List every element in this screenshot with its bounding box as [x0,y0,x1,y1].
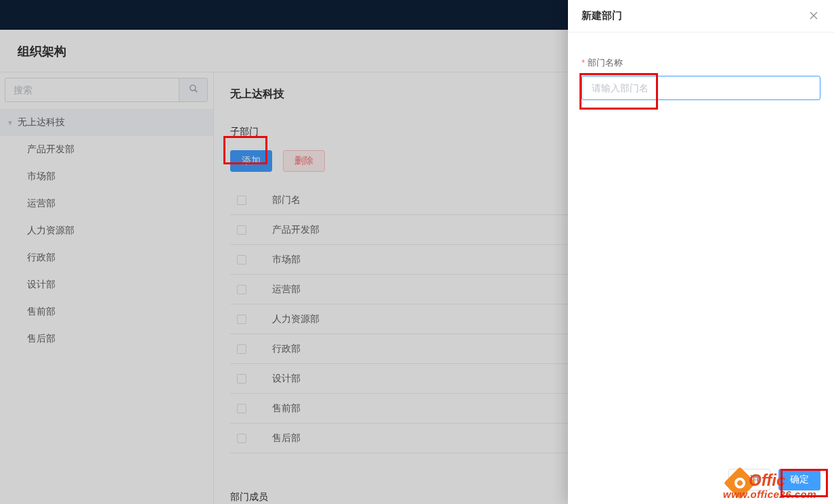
drawer-footer: 取消 确定 [568,461,834,504]
drawer-header: 新建部门 [568,0,834,32]
input-wrap [581,76,820,100]
close-button[interactable] [807,9,820,23]
drawer-title: 新建部门 [581,9,807,22]
dept-name-label-text: 部门名称 [588,58,623,68]
new-dept-drawer: 新建部门 *部门名称 取消 确定 [568,0,834,504]
required-star-icon: * [581,58,585,68]
drawer-body: *部门名称 [568,32,834,461]
close-icon [810,10,818,22]
dept-name-label: *部门名称 [581,57,820,69]
cancel-button[interactable]: 取消 [728,469,770,490]
dept-name-input[interactable] [581,76,820,100]
confirm-button[interactable]: 确定 [778,469,820,490]
